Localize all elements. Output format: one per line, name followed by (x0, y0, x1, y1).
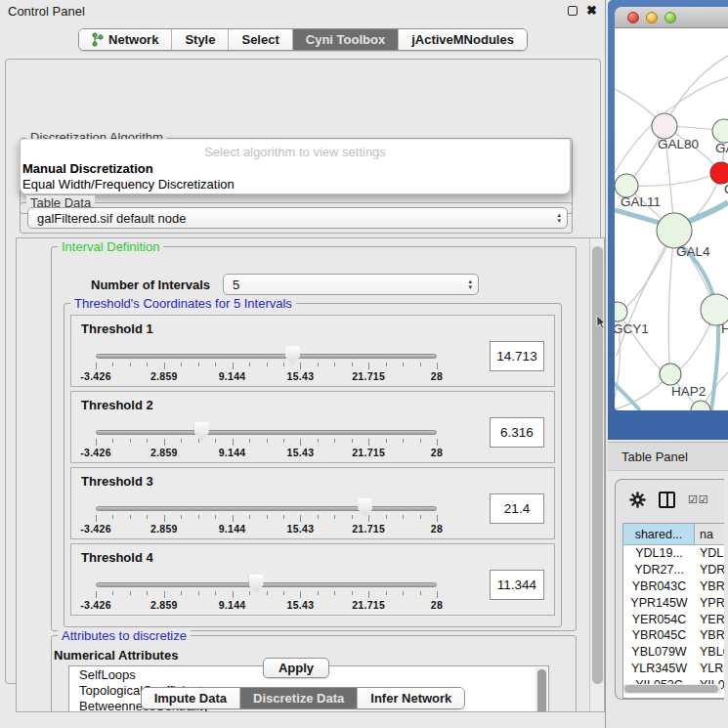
slider-track[interactable] (96, 506, 437, 511)
network-node-c[interactable] (710, 162, 728, 184)
slider-tick (215, 515, 216, 519)
slider-tick (283, 439, 284, 443)
network-canvas[interactable]: GAL80GACGAL11GAL4GCY1HHAP2 (615, 28, 728, 410)
cell-shared-name: YDR27... (623, 562, 695, 578)
settings-scroll-viewport: Interval Definition Number of Intervals … (16, 237, 605, 712)
slider-tick (198, 363, 199, 366)
slider-thumb[interactable] (194, 422, 209, 441)
slider-track[interactable] (96, 430, 437, 435)
table-row[interactable]: YBR043CYBR0 (623, 578, 724, 595)
slider-tick (386, 515, 387, 519)
slider-scale-label: 2.859 (150, 447, 178, 458)
table-row[interactable]: YDR27...YDR2 (623, 562, 724, 578)
panel-scrollbar-thumb[interactable] (592, 246, 603, 684)
number-of-intervals-value: 5 (233, 278, 468, 292)
table-hscroll-thumb[interactable] (624, 685, 718, 693)
slider-tick (130, 363, 131, 366)
slider-scale-label: 9.144 (219, 523, 246, 535)
zoom-traffic-light-icon[interactable] (664, 12, 676, 23)
table-row[interactable]: YBL079WYBL0 (623, 644, 724, 661)
table-row[interactable]: YDL19...YDL1 (623, 545, 724, 562)
slider-track[interactable] (96, 354, 437, 359)
panel-scrollbar[interactable] (589, 238, 604, 711)
table-row[interactable]: YLR345WYLR3 (623, 661, 724, 677)
tab-jactivemnodules[interactable]: jActiveMNodules (399, 29, 527, 50)
tab-cyni-toolbox[interactable]: Cyni Toolbox (293, 29, 399, 50)
top-tab-bar: NetworkStyleSelectCyni ToolboxjActiveMNo… (0, 28, 606, 51)
tab-label: Impute Data (154, 691, 227, 706)
column-header-name[interactable]: na (695, 524, 724, 544)
slider-tick (437, 591, 438, 598)
threshold-value-field[interactable]: 14.713 (490, 341, 544, 371)
slider-tick (233, 439, 234, 446)
group-legend: Threshold's Coordinates for 5 Intervals (70, 296, 296, 311)
float-window-icon[interactable] (568, 6, 578, 16)
slider-tick (334, 363, 335, 366)
tab-impute-data[interactable]: Impute Data (142, 688, 240, 708)
slider-tick (334, 515, 335, 519)
tab-select[interactable]: Select (229, 29, 292, 50)
network-node-ga[interactable] (712, 119, 728, 143)
slider-scale-label: 21.715 (352, 370, 385, 382)
algorithm-dropdown-popup: Select algorithm to view settings Manual… (20, 139, 571, 194)
slider-tick (249, 363, 250, 366)
tab-style[interactable]: Style (172, 29, 229, 50)
close-traffic-light-icon[interactable] (627, 12, 639, 23)
slider-tick (420, 591, 421, 595)
slider-tick (164, 591, 165, 598)
tab-infer-network[interactable]: Infer Network (358, 688, 464, 708)
dropdown-option-manual[interactable]: Manual Discretization (22, 161, 153, 176)
slider-tick (386, 363, 387, 366)
combo-arrows-icon: ▴▾ (469, 278, 473, 290)
slider-scale-label: 9.144 (219, 599, 246, 611)
cell-shared-name: YER054C (623, 611, 695, 627)
table-data-combobox[interactable]: galFiltered.sif default node ▴▾ (27, 207, 568, 229)
network-node-gal80[interactable] (652, 113, 677, 139)
gear-icon[interactable] (629, 492, 646, 508)
table-row[interactable]: YPR145WYPR1 (623, 594, 724, 611)
cyni-toolbox-panel: Discretization Algorithm ▴▾ Select algor… (5, 59, 601, 684)
number-of-intervals-combobox[interactable]: 5 ▴▾ (223, 274, 479, 295)
slider-tick (267, 439, 268, 443)
slider-tick (403, 363, 404, 366)
threshold-panel-4: Threshold 4-3.4262.8599.14415.4321.71528… (70, 543, 555, 616)
threshold-value-field[interactable]: 6.316 (490, 417, 544, 448)
slider-tick (386, 439, 387, 443)
slider-tick (181, 591, 182, 595)
column-header-shared-name[interactable]: shared... (623, 524, 695, 544)
cell-shared-name: YBR043C (623, 578, 695, 595)
slider-tick (318, 363, 319, 366)
tab-discretize-data[interactable]: Discretize Data (240, 688, 358, 708)
tab-network[interactable]: Network (79, 29, 172, 50)
close-icon[interactable]: ✖ (586, 6, 597, 16)
slider-track[interactable] (96, 582, 437, 587)
slider-tick (112, 363, 113, 366)
minimize-traffic-light-icon[interactable] (646, 12, 658, 23)
threshold-value-field[interactable]: 11.344 (490, 570, 544, 600)
table-horizontal-scrollbar[interactable] (623, 684, 721, 694)
network-window-titlebar[interactable] (615, 7, 728, 28)
slider-scale-label: 28 (431, 599, 443, 611)
slider-scale-label: 2.859 (150, 523, 178, 535)
slider-tick (368, 591, 369, 598)
threshold-label: Threshold 4 (81, 550, 153, 565)
slider-scale-label: 9.144 (219, 447, 246, 458)
slider-thumb[interactable] (249, 575, 264, 593)
cell-shared-name: YBL079W (623, 644, 695, 661)
dropdown-option-equal-width[interactable]: Equal Width/Frequency Discretization (22, 177, 235, 192)
table-row[interactable]: YER054CYER0 (623, 611, 724, 627)
slider-thumb[interactable] (285, 346, 300, 364)
threshold-value-field[interactable]: 21.4 (490, 493, 544, 524)
checkbox-filter-icons[interactable]: ☑☑ (688, 493, 709, 506)
table-row[interactable]: YBR045CYBR0 (623, 627, 724, 644)
apply-button[interactable]: Apply (263, 658, 329, 678)
slider-thumb[interactable] (358, 498, 372, 517)
slider-tick (267, 363, 268, 366)
node-table[interactable]: shared... na YDL19...YDL1YDR27...YDR2YBR… (622, 523, 724, 699)
slider-tick (147, 439, 148, 443)
network-node-hap2[interactable] (660, 364, 681, 385)
slider-scale-label: 2.859 (150, 599, 178, 611)
split-columns-icon[interactable] (659, 492, 675, 508)
network-node-gcy1[interactable] (615, 302, 627, 321)
network-node-gal4[interactable] (657, 213, 692, 248)
